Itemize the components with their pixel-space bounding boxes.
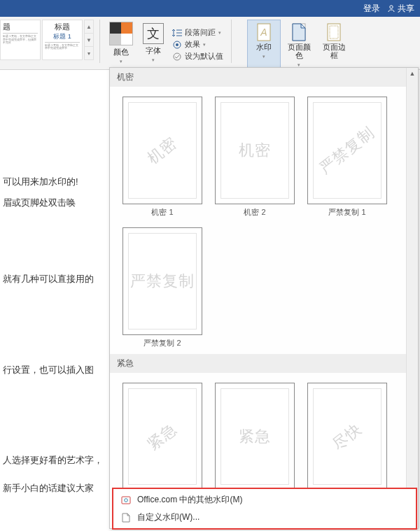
thumbnail-label: 机密 1 — [151, 207, 173, 218]
styles-gallery[interactable]: 题 标题 1 意地，在文章和正文章中完成完成章节，但须章不完改 标题 标题 1 … — [0, 20, 94, 60]
gallery-more-icon[interactable]: ▾ — [85, 46, 93, 59]
set-default-button[interactable]: 设为默认值 — [170, 51, 225, 62]
scrollbar[interactable]: ▲ ▼ — [406, 68, 418, 528]
colors-button[interactable]: 颜色▾ — [106, 20, 136, 66]
watermark-dropdown: 机密机密机密 1机密机密 2严禁复制严禁复制 1严禁复制严禁复制 2紧急紧急紧急… — [109, 67, 419, 529]
thumbnail-label: 机密 2 — [244, 207, 265, 218]
paragraph-spacing-icon — [172, 28, 182, 38]
page-icon — [120, 512, 132, 523]
svg-point-2 — [176, 43, 178, 46]
doc-line: 人选择更好看的艺术字， — [3, 453, 109, 467]
watermark-button[interactable]: A 水印▾ — [247, 20, 281, 70]
style-card-title[interactable]: 标题 标题 1 标题 1 意地，在文章和正文章中完成完成章节 — [42, 20, 83, 60]
watermark-thumbnail[interactable]: 机密机密 1 — [122, 97, 202, 218]
gallery-down-arrow-icon[interactable]: ▼ — [85, 33, 93, 46]
doc-line: 眉或页脚处双击唤 — [3, 196, 109, 210]
doc-line: 行设置，也可以插入图 — [3, 363, 109, 377]
watermark-thumbnail[interactable]: 尽快尽快 1 — [307, 383, 387, 504]
share-button[interactable]: 共享 — [387, 3, 414, 15]
category-header: 机密 — [110, 68, 406, 87]
paragraph-spacing-button[interactable]: 段落间距▾ — [170, 27, 225, 38]
font-icon: 文 — [143, 23, 164, 44]
svg-text:A: A — [260, 27, 267, 38]
category-header: 紧急 — [110, 354, 406, 373]
watermark-thumbnail[interactable]: 严禁复制严禁复制 1 — [307, 97, 387, 218]
watermark-thumbnail[interactable]: 紧急紧急 2 — [215, 383, 295, 504]
watermark-thumbnail[interactable]: 紧急紧急 1 — [122, 383, 202, 504]
watermark-icon: A — [253, 22, 274, 43]
fonts-button[interactable]: 文 字体▾ — [139, 21, 167, 65]
thumbnail-label: 严禁复制 2 — [144, 338, 181, 348]
page-border-icon — [323, 22, 344, 43]
office-icon — [120, 495, 132, 506]
dropdown-footer-highlight: Office.com 中的其他水印(M) 自定义水印(W)... — [112, 488, 417, 530]
set-default-icon — [172, 52, 182, 62]
share-icon — [387, 4, 396, 13]
doc-line: 新手小白的话建议大家 — [3, 481, 109, 495]
doc-line: 就有几种可以直接用的 — [3, 272, 109, 286]
page-color-button[interactable]: 页面颜色▾ — [282, 20, 316, 70]
page-color-icon — [288, 22, 309, 43]
custom-watermark[interactable]: 自定义水印(W)... — [116, 509, 413, 526]
ribbon: 题 标题 1 意地，在文章和正文章中完成完成章节，但须章不完改 标题 标题 1 … — [0, 17, 420, 70]
document-area: 可以用来加水印的! 眉或页脚处双击唤 就有几种可以直接用的 行设置，也可以插入图… — [0, 70, 109, 502]
effects-icon — [172, 40, 182, 50]
page-border-button[interactable]: 页面边框 — [317, 20, 351, 70]
svg-point-0 — [390, 6, 393, 8]
title-bar: 登录 共享 — [0, 0, 420, 17]
thumbnail-label: 严禁复制 1 — [328, 207, 365, 218]
scroll-up-icon[interactable]: ▲ — [407, 68, 418, 79]
watermark-thumbnail[interactable]: 机密机密 2 — [215, 97, 295, 218]
login-link[interactable]: 登录 — [363, 3, 380, 15]
gallery-up-arrow-icon[interactable]: ▲ — [85, 20, 93, 33]
style-card-heading[interactable]: 题 标题 1 意地，在文章和正文章中完成完成章节，但须章不完改 — [0, 20, 41, 60]
svg-rect-9 — [122, 497, 130, 504]
office-more-watermarks[interactable]: Office.com 中的其他水印(M) — [116, 491, 413, 509]
svg-point-3 — [174, 53, 181, 60]
color-swatch-icon — [109, 22, 133, 45]
watermark-thumbnail[interactable]: 严禁复制严禁复制 2 — [122, 227, 202, 348]
effects-button[interactable]: 效果▾ — [170, 39, 225, 50]
doc-line: 可以用来加水印的! — [3, 175, 109, 189]
svg-point-10 — [125, 498, 128, 502]
